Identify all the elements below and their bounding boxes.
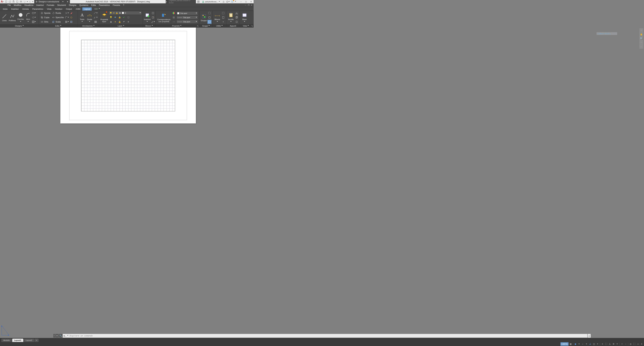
tool-trim-icon[interactable]: [65, 11, 69, 15]
tool-offset-icon[interactable]: [69, 20, 73, 24]
help-dropdown[interactable]: [235, 1, 236, 3]
menu-visualizza[interactable]: Visualizza: [23, 3, 35, 7]
menu-modifica[interactable]: Modifica: [12, 3, 23, 7]
ribbon-tab-layout[interactable]: Layout: [82, 7, 92, 11]
layer-state-icon[interactable]: ≡: [126, 20, 130, 24]
panel-title-disegna[interactable]: Disegna: [0, 24, 39, 27]
dialog-launcher-icon[interactable]: ↘: [197, 25, 198, 27]
menu-parametrico[interactable]: Parametrico: [98, 3, 111, 7]
workspace-switcher[interactable]: Disegno e annotazione: [34, 0, 60, 3]
tool-create-block-icon[interactable]: [151, 11, 155, 15]
tool-arco[interactable]: Arco: [25, 11, 32, 24]
panel-title-layer[interactable]: Layer: [99, 24, 143, 27]
maximize-button[interactable]: ◻: [244, 0, 248, 3]
lineweight-icon[interactable]: [172, 16, 176, 20]
ribbon-tab-featured[interactable]: [94, 7, 101, 11]
ribbon-tab-parametrico[interactable]: Parametrico: [30, 7, 45, 11]
tool-cerchio[interactable]: Cerchio: [17, 11, 24, 24]
help-icon[interactable]: ?: [230, 0, 234, 3]
autodesk-account-icon[interactable]: [196, 0, 200, 3]
tool-measure[interactable]: Misura: [214, 11, 221, 24]
tool-edit-attr-icon[interactable]: [151, 20, 155, 24]
undo-icon[interactable]: [23, 0, 26, 3]
tool-layer-properties[interactable]: Proprietà layer: [100, 11, 108, 24]
tool-polilinea[interactable]: Polilinea: [8, 11, 16, 24]
tool-base-view[interactable]: Base: [241, 11, 248, 24]
layer-match-icon[interactable]: ⬚: [126, 15, 130, 19]
layer-lock-icon[interactable]: 🔒: [118, 15, 122, 19]
exchange-apps-icon[interactable]: [222, 0, 226, 3]
tool-group[interactable]: Gruppo: [200, 11, 207, 24]
layer-selector[interactable]: 💡 ☀ 🔓 🖶 0: [109, 11, 142, 15]
tool-fillet-icon[interactable]: [65, 16, 69, 20]
qat-customize[interactable]: ▾: [65, 0, 70, 3]
menu-strumenti[interactable]: Strumenti: [56, 3, 68, 7]
lineweight-selector[interactable]: DaLayer: [176, 16, 198, 19]
layer-freeze-icon[interactable]: ❄: [113, 15, 117, 19]
viewport-grid[interactable]: [81, 40, 175, 111]
open-icon[interactable]: [8, 0, 12, 3]
minimize-button[interactable]: ─: [238, 0, 244, 3]
tool-explode-icon[interactable]: [69, 16, 73, 20]
copy-clip-icon[interactable]: [234, 16, 239, 20]
redo-icon[interactable]: [28, 0, 32, 3]
menu-finestra[interactable]: Finestra: [111, 3, 122, 7]
color-selector[interactable]: DaLayer: [176, 12, 198, 15]
tool-erase-icon[interactable]: [69, 11, 73, 15]
ribbon-tab-vista[interactable]: Vista: [45, 7, 53, 11]
ungroup-icon[interactable]: [208, 11, 212, 15]
panel-title-edita[interactable]: Edita: [39, 24, 78, 27]
cut-icon[interactable]: [234, 11, 239, 15]
doc-restore[interactable]: ❐: [247, 4, 250, 6]
quick-calc-icon[interactable]: [221, 16, 225, 20]
tool-ruota[interactable]: Ruota: [51, 11, 64, 15]
point-icon[interactable]: [221, 20, 225, 24]
menu-formato[interactable]: Formato: [45, 3, 56, 7]
select-all-icon[interactable]: [221, 11, 225, 15]
menu-edita[interactable]: Edita: [90, 3, 97, 7]
drawing-area[interactable]: Cattura finestra ⊕ ✋ 🔍 ⟳ ▸: [0, 28, 254, 136]
menu-help[interactable]: ?: [122, 3, 126, 7]
tool-quota[interactable]: ⟷Quota: [86, 11, 93, 24]
user-chip[interactable]: patrykwitkows...: [201, 1, 221, 3]
group-select-icon[interactable]: [208, 20, 212, 24]
keyword-search[interactable]: Digitare parola chiave o frase: [167, 0, 196, 3]
close-button[interactable]: ✕: [248, 0, 254, 3]
tool-leader-icon[interactable]: [94, 11, 98, 15]
tool-rectangle-icon[interactable]: [32, 11, 36, 15]
saveas-icon[interactable]: [16, 0, 19, 3]
menu-file[interactable]: File: [6, 3, 12, 7]
app-menu-button[interactable]: A▾: [0, 0, 4, 3]
search-toggle[interactable]: ▸: [166, 0, 167, 3]
tool-mleader-icon[interactable]: [94, 16, 98, 20]
stay-connected-icon[interactable]: [226, 0, 230, 3]
group-edit-icon[interactable]: [208, 16, 212, 20]
tool-testo[interactable]: ATesto: [79, 11, 86, 24]
linetype-selector[interactable]: DaLayer: [176, 20, 198, 24]
layer-unlock-icon[interactable]: 🔓: [118, 20, 122, 24]
ribbon-tab-output[interactable]: Output: [64, 7, 74, 11]
tool-hatch-icon[interactable]: [32, 20, 36, 24]
plot-icon[interactable]: [19, 0, 23, 3]
paste-special-icon[interactable]: [234, 20, 239, 24]
tool-table-icon[interactable]: [94, 20, 98, 24]
doc-close[interactable]: ✕: [250, 4, 253, 6]
ribbon-tab-annota[interactable]: Annota: [20, 7, 30, 11]
layer-thaw-icon[interactable]: ☀: [113, 20, 117, 24]
tool-stira[interactable]: Stira: [40, 20, 51, 24]
layer-make-current-icon[interactable]: ✔: [122, 15, 126, 19]
ribbon-tab-inizio[interactable]: Inizio: [1, 7, 10, 11]
tool-ellipse-icon[interactable]: [32, 16, 36, 20]
tool-sposta[interactable]: Sposta: [40, 11, 51, 15]
panel-title-appunti[interactable]: Appunti: [226, 24, 240, 27]
ribbon-tab-gestisci[interactable]: Gestisci: [53, 7, 64, 11]
ribbon-tab-a360[interactable]: A360: [74, 7, 82, 11]
tool-match-properties[interactable]: Corrispondenza con proprietà: [157, 11, 171, 24]
layer-prev-icon[interactable]: ↶: [122, 20, 126, 24]
menu-disegna[interactable]: Disegna: [68, 3, 78, 7]
tool-copia[interactable]: Copia: [40, 16, 51, 20]
panel-title-utilita[interactable]: Utilità: [213, 24, 226, 27]
save-icon[interactable]: [12, 0, 16, 3]
redo-dropdown[interactable]: [32, 0, 34, 3]
panel-title-annotazione[interactable]: Annotazione: [78, 24, 99, 27]
